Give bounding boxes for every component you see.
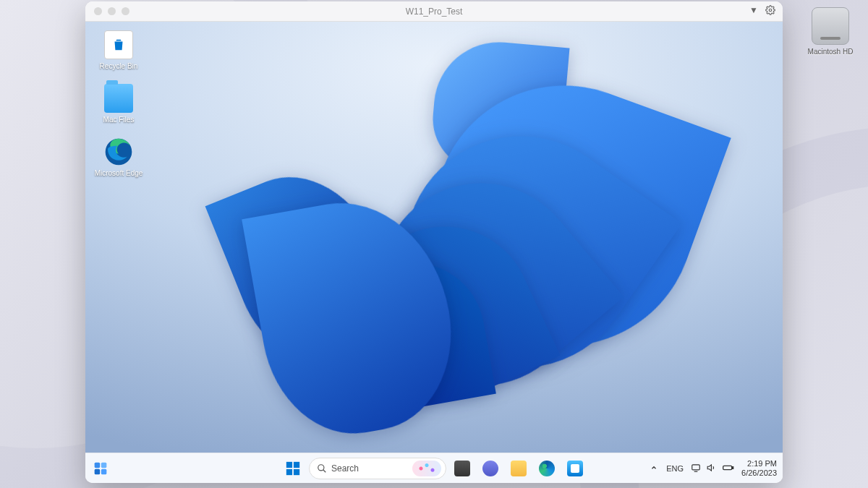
svg-rect-2 (95, 462, 101, 468)
recycle-bin-icon (104, 30, 133, 59)
clock-date: 6/26/2023 (741, 468, 777, 478)
mac-drive-label: Macintosh HD (807, 48, 854, 56)
file-explorer-icon (511, 461, 527, 476)
clock-time: 2:19 PM (741, 459, 777, 468)
dropdown-icon[interactable]: ▼ (749, 5, 758, 17)
svg-rect-3 (101, 462, 107, 468)
svg-rect-9 (294, 468, 299, 474)
store-icon (567, 461, 583, 476)
task-view-icon (454, 461, 470, 476)
svg-rect-16 (732, 466, 733, 468)
minimize-button[interactable] (108, 7, 116, 15)
windows-desktop[interactable]: Recycle Bin Mac Files Microsoft Edge (85, 22, 783, 453)
taskbar-store[interactable] (563, 456, 587, 481)
vm-window: W11_Pro_Test ▼ Recycle Bin (85, 1, 783, 483)
svg-marker-14 (707, 464, 711, 470)
svg-rect-5 (101, 468, 107, 474)
search-decoration-icon (412, 461, 441, 476)
taskbar-chat[interactable] (478, 456, 503, 481)
start-button[interactable] (281, 456, 305, 481)
widgets-button[interactable] (90, 458, 111, 479)
volume-icon[interactable] (707, 463, 717, 474)
search-icon (317, 463, 327, 474)
vm-title: W11_Pro_Test (85, 7, 783, 17)
vm-titlebar: W11_Pro_Test ▼ (85, 1, 783, 22)
desktop-icon-recycle-bin[interactable]: Recycle Bin (93, 30, 145, 71)
mac-drive-icon[interactable]: Macintosh HD (807, 7, 854, 56)
svg-point-0 (769, 9, 772, 12)
taskbar-search[interactable]: Search (309, 458, 446, 479)
taskbar-edge[interactable] (535, 456, 559, 481)
desktop-icon-label: Microsoft Edge (93, 169, 145, 178)
network-icon[interactable] (691, 463, 701, 474)
desktop-icons-area: Recycle Bin Mac Files Microsoft Edge (93, 30, 145, 191)
windows-bloom-wallpaper (231, 56, 637, 432)
svg-rect-8 (286, 468, 292, 474)
svg-point-10 (318, 464, 324, 470)
desktop-icon-label: Mac Files (93, 116, 145, 124)
taskbar-task-view[interactable] (450, 456, 475, 481)
desktop-icon-mac-files[interactable]: Mac Files (93, 84, 145, 124)
system-tray: ENG 2:19 PM 6/26/2023 (650, 459, 777, 477)
battery-icon[interactable] (723, 463, 734, 474)
svg-line-11 (323, 469, 326, 472)
svg-rect-6 (286, 461, 292, 467)
windows-taskbar: Search ENG 2:19 PM 6/26/2023 (85, 453, 783, 483)
desktop-icon-edge[interactable]: Microsoft Edge (93, 137, 145, 178)
taskbar-clock[interactable]: 2:19 PM 6/26/2023 (741, 459, 777, 477)
folder-icon (104, 84, 133, 113)
svg-rect-4 (95, 468, 101, 474)
tray-overflow-icon[interactable] (650, 464, 659, 473)
edge-icon (104, 137, 133, 166)
chat-icon (482, 461, 498, 476)
svg-rect-12 (692, 464, 700, 469)
hard-drive-icon (812, 7, 849, 45)
taskbar-file-explorer[interactable] (506, 456, 531, 481)
svg-rect-7 (294, 461, 299, 467)
language-indicator[interactable]: ENG (666, 464, 684, 473)
window-traffic-lights (85, 7, 129, 15)
fullscreen-button[interactable] (122, 7, 129, 15)
desktop-icon-label: Recycle Bin (93, 62, 145, 71)
edge-icon (539, 461, 555, 476)
svg-rect-15 (723, 466, 732, 469)
gear-icon[interactable] (765, 5, 775, 17)
close-button[interactable] (94, 7, 102, 15)
search-placeholder: Search (331, 463, 359, 474)
